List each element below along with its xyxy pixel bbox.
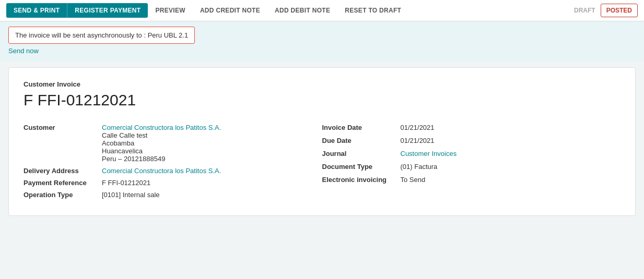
document-type-label: Document Type (322, 163, 401, 171)
notification-message: The invoice will be sent asynchronously … (15, 31, 188, 39)
send-now-link[interactable]: Send now (8, 44, 636, 61)
payment-reference-label: Payment Reference (24, 179, 102, 187)
electronic-invoicing-field-row: Electronic invoicing To Send (322, 176, 621, 184)
customer-address-line3: Huancavelica (102, 147, 221, 155)
notification-box: The invoice will be sent asynchronously … (8, 27, 195, 44)
right-column: Invoice Date 01/21/2021 Due Date 01/21/2… (322, 124, 621, 203)
register-payment-button[interactable]: REGISTER PAYMENT (67, 3, 148, 18)
customer-address-line2: Acobamba (102, 139, 221, 147)
status-draft[interactable]: DRAFT (569, 4, 601, 17)
due-date-label: Due Date (322, 137, 401, 144)
journal-label: Journal (322, 150, 401, 157)
journal-value[interactable]: Customer Invoices (401, 150, 457, 157)
invoice-date-label: Invoice Date (322, 124, 401, 131)
customer-label: Customer (24, 124, 102, 131)
payment-reference-field-row: Payment Reference F FFI-01212021 (24, 179, 322, 187)
electronic-invoicing-label: Electronic invoicing (322, 176, 401, 184)
delivery-address-field-row: Delivery Address Comercial Constructora … (24, 167, 322, 175)
status-posted[interactable]: POSTED (601, 4, 638, 17)
invoice-type-label: Customer Invoice (24, 80, 620, 88)
customer-address-block: Comercial Constructora los Patitos S.A. … (102, 124, 221, 163)
invoice-date-value: 01/21/2021 (401, 124, 435, 131)
journal-field-row: Journal Customer Invoices (322, 150, 621, 157)
send-print-button[interactable]: SEND & PRINT (6, 3, 67, 18)
add-debit-note-button[interactable]: ADD DEBIT NOTE (267, 3, 337, 18)
left-column: Customer Comercial Constructora los Pati… (24, 124, 322, 203)
operation-type-field-row: Operation Type [0101] Internal sale (24, 191, 322, 199)
operation-type-value: [0101] Internal sale (102, 191, 160, 199)
delivery-address-label: Delivery Address (24, 167, 102, 175)
electronic-invoicing-value: To Send (401, 176, 426, 184)
add-credit-note-button[interactable]: ADD CREDIT NOTE (193, 3, 267, 18)
reset-to-draft-button[interactable]: RESET TO DRAFT (337, 3, 408, 18)
notification-bar: The invoice will be sent asynchronously … (0, 21, 644, 61)
document-type-value: (01) Factura (401, 163, 438, 171)
customer-address-line1: Calle Calle test (102, 131, 221, 139)
due-date-value: 01/21/2021 (401, 137, 435, 144)
operation-type-label: Operation Type (24, 191, 102, 199)
invoice-number: F FFI-01212021 (24, 91, 620, 109)
customer-address-line4: Peru – 20121888549 (102, 155, 221, 163)
customer-name[interactable]: Comercial Constructora los Patitos S.A. (102, 124, 221, 131)
delivery-address-value[interactable]: Comercial Constructora los Patitos S.A. (102, 167, 221, 175)
invoice-date-field-row: Invoice Date 01/21/2021 (322, 124, 621, 131)
preview-button[interactable]: PREVIEW (148, 3, 192, 18)
due-date-field-row: Due Date 01/21/2021 (322, 137, 621, 144)
payment-reference-value: F FFI-01212021 (102, 179, 150, 187)
toolbar: SEND & PRINT REGISTER PAYMENT PREVIEW AD… (0, 0, 644, 21)
document-type-field-row: Document Type (01) Factura (322, 163, 621, 171)
invoice-card: Customer Invoice F FFI-01212021 Customer… (8, 67, 636, 216)
customer-field-row: Customer Comercial Constructora los Pati… (24, 124, 322, 163)
invoice-fields: Customer Comercial Constructora los Pati… (24, 124, 620, 203)
